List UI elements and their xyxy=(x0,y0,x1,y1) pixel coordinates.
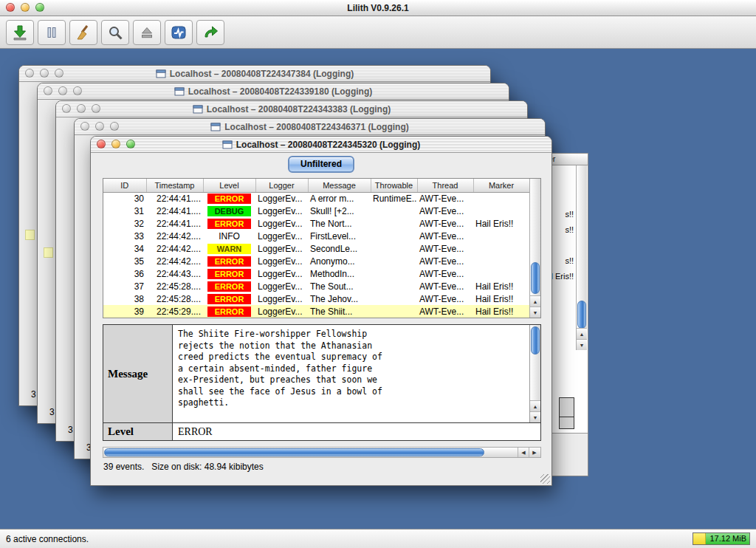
window-titlebar[interactable]: Localhost – 20080408T224345320 (Logging) xyxy=(91,137,551,153)
main-toolbar xyxy=(0,16,756,49)
event-row[interactable]: 3422:44:42....WARNLoggerEv...SecondLe...… xyxy=(103,242,529,255)
event-row[interactable]: 3822:45:28....ERRORLoggerEv...The Jehov.… xyxy=(103,292,529,305)
detail-label-fragment xyxy=(559,397,574,417)
column-header-message[interactable]: Message xyxy=(308,179,371,192)
cell-timestamp: 22:45:29.... xyxy=(146,305,203,318)
detail-message-label: Message xyxy=(103,325,173,422)
event-table-panel: ID Timestamp Level Logger Message Throwa… xyxy=(103,178,541,318)
cell-timestamp: 22:44:41.... xyxy=(146,217,203,230)
level-badge: ERROR xyxy=(207,281,251,292)
scroll-down-button[interactable]: ▼ xyxy=(577,339,587,350)
window-titlebar[interactable]: Localhost – 20080408T224346371 (Logging) xyxy=(75,119,545,135)
event-row[interactable]: 3222:44:41....ERRORLoggerEv...The Nort..… xyxy=(103,217,529,230)
event-row[interactable]: 3722:45:28....ERRORLoggerEv...The Sout..… xyxy=(103,280,529,292)
clean-button[interactable] xyxy=(69,20,97,45)
detail-level-row: Level ERROR xyxy=(103,422,540,440)
log-window-icon xyxy=(156,69,166,78)
window-titlebar[interactable]: Localhost – 20080408T224347384 (Logging) xyxy=(19,66,490,82)
cell-thread: AWT-Eve... xyxy=(417,217,473,230)
event-row[interactable]: 3322:44:42....INFOLoggerEv...FirstLevel.… xyxy=(103,230,529,242)
memory-indicator[interactable]: 17.12 MiB xyxy=(693,532,750,545)
scroll-down-button[interactable]: ▼ xyxy=(530,411,540,422)
disconnect-button[interactable] xyxy=(133,20,161,45)
column-header-id[interactable]: ID xyxy=(103,179,146,192)
column-header-marker[interactable]: Marker xyxy=(473,179,529,192)
cell-throwable xyxy=(371,292,417,305)
pause-icon xyxy=(43,24,61,41)
cell-throwable: RuntimeE... xyxy=(371,192,417,205)
filter-row: Unfiltered xyxy=(91,156,551,173)
app-statusbar: 6 active connections. 17.12 MiB xyxy=(0,529,756,548)
scrollbar-thumb[interactable] xyxy=(577,301,586,329)
cell-thread: AWT-Eve... xyxy=(417,292,473,305)
column-header-logger[interactable]: Logger xyxy=(255,179,308,192)
cell-marker xyxy=(473,205,529,217)
cell-id: 37 xyxy=(103,280,146,292)
scroll-down-button[interactable]: ▼ xyxy=(530,306,540,318)
event-table-header[interactable]: ID Timestamp Level Logger Message Throwa… xyxy=(103,179,529,192)
column-header-throwable[interactable]: Throwable xyxy=(371,179,417,192)
resize-grip[interactable] xyxy=(540,474,550,484)
log-window-icon xyxy=(210,123,221,131)
cell-level: INFO xyxy=(203,230,255,242)
scroll-up-button[interactable]: ▲ xyxy=(530,295,540,306)
level-badge: ERROR xyxy=(207,219,251,229)
event-row[interactable]: 3022:44:41....ERRORLoggerEv...A error m.… xyxy=(103,192,529,205)
cell-id: 32 xyxy=(103,217,146,230)
cell-message: Anonymo... xyxy=(308,255,371,267)
level-badge: ERROR xyxy=(207,269,251,279)
event-table[interactable]: ID Timestamp Level Logger Message Throwa… xyxy=(103,179,530,318)
cell-thread: AWT-Eve... xyxy=(417,255,473,267)
cell-message: Skull! [+2... xyxy=(308,205,371,217)
cell-throwable xyxy=(371,217,417,230)
log-window-active[interactable]: Localhost – 20080408T224345320 (Logging)… xyxy=(90,136,552,486)
column-header-thread[interactable]: Thread xyxy=(417,179,473,192)
desktop: Localhost – 20080408T224347384 (Logging)… xyxy=(0,49,756,529)
cell-throwable xyxy=(371,280,417,292)
cell-timestamp: 22:44:43.... xyxy=(146,267,203,280)
status-fragment: 3 xyxy=(31,389,36,400)
scroll-up-button[interactable]: ▲ xyxy=(577,328,587,339)
cell-level: ERROR xyxy=(203,305,255,318)
horizontal-scrollbar[interactable]: ◀ ▶ xyxy=(103,447,541,458)
scrollbar-thumb[interactable] xyxy=(531,326,540,355)
scrollbar-thumb[interactable] xyxy=(104,448,484,456)
cell-thread: AWT-Eve... xyxy=(417,267,473,280)
scroll-left-button[interactable]: ◀ xyxy=(518,448,529,457)
unfiltered-toggle-button[interactable]: Unfiltered xyxy=(288,156,354,173)
cell-marker xyxy=(473,192,529,205)
cell-level: WARN xyxy=(203,242,255,255)
cell-id: 39 xyxy=(103,305,146,318)
event-row[interactable]: 3622:44:43....ERRORLoggerEv...MethodIn..… xyxy=(103,267,529,280)
detail-vertical-scrollbar[interactable]: ▲ ▼ xyxy=(529,325,540,422)
scroll-right-button[interactable]: ▶ xyxy=(529,448,540,457)
table-vertical-scrollbar[interactable]: ▲ ▼ xyxy=(529,179,540,318)
cell-level: ERROR xyxy=(203,192,255,205)
event-row[interactable]: 3922:45:29....ERRORLoggerEv...The Shiit.… xyxy=(103,305,529,318)
event-row[interactable]: 3122:44:41....DEBUGLoggerEv...Skull! [+2… xyxy=(103,205,529,217)
cell-logger: LoggerEv... xyxy=(255,305,308,318)
cell-marker xyxy=(473,267,529,280)
cell-timestamp: 22:44:41.... xyxy=(146,205,203,217)
statistics-button[interactable] xyxy=(165,20,193,45)
scroll-up-button[interactable]: ▲ xyxy=(530,400,540,411)
cell-timestamp: 22:44:42.... xyxy=(146,242,203,255)
scrollbar-thumb[interactable] xyxy=(531,262,540,294)
background-scrollbar[interactable]: ▲ ▼ xyxy=(576,165,587,350)
cell-logger: LoggerEv... xyxy=(255,292,308,305)
column-header-level[interactable]: Level xyxy=(203,179,255,192)
cell-id: 38 xyxy=(103,292,146,305)
event-row[interactable]: 3522:44:42....ERRORLoggerEv...Anonymo...… xyxy=(103,255,529,267)
pause-button[interactable] xyxy=(38,20,66,45)
find-button[interactable] xyxy=(101,20,129,45)
status-fragment: 3 xyxy=(49,407,55,417)
cell-level: ERROR xyxy=(203,280,255,292)
cell-message: A error m... xyxy=(308,192,371,205)
cell-marker: Hail Eris!! xyxy=(473,305,529,318)
tail-button[interactable] xyxy=(6,20,34,45)
column-header-timestamp[interactable]: Timestamp xyxy=(146,179,203,192)
cell-level: ERROR xyxy=(203,267,255,280)
go-to-source-button[interactable] xyxy=(196,20,224,45)
window-titlebar[interactable]: Localhost – 20080408T224339180 (Logging) xyxy=(38,83,509,100)
window-titlebar[interactable]: Localhost – 20080408T224343383 (Logging) xyxy=(56,101,527,117)
